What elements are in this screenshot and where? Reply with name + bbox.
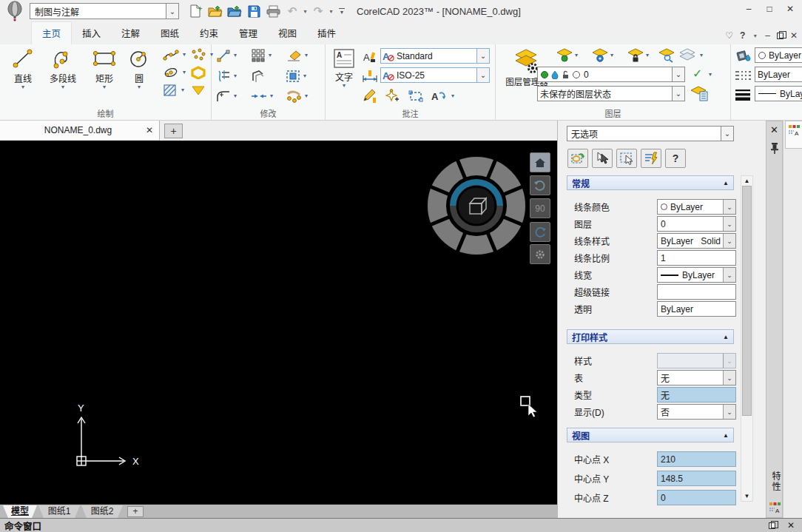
chevron-down-icon[interactable]: ⌄ <box>721 127 733 141</box>
grips-button[interactable]: ▾ <box>286 87 320 105</box>
layer-select[interactable]: 0 ⌄ <box>657 216 736 232</box>
navigation-wheel[interactable] <box>423 152 530 259</box>
maximize-button[interactable]: □ <box>759 0 780 18</box>
collapse-icon[interactable]: ▲ <box>723 334 729 340</box>
redo-button[interactable]: ↷ <box>309 2 328 20</box>
chevron-down-icon[interactable]: ▾ <box>610 53 613 58</box>
polygon-button[interactable] <box>190 64 213 81</box>
boundary-button[interactable] <box>408 87 423 105</box>
palette-help-button[interactable]: ? <box>665 149 686 168</box>
chevron-down-icon[interactable]: ▾ <box>138 84 141 90</box>
hyperlink-input[interactable] <box>657 284 736 300</box>
doc-restore-button[interactable] <box>777 33 784 39</box>
tab-insert[interactable]: 插入 <box>72 22 111 44</box>
chevron-down-icon[interactable]: ▾ <box>303 73 306 79</box>
doc-minimize-button[interactable]: – <box>765 30 770 41</box>
ellipse-button[interactable]: ▾ <box>163 64 186 81</box>
redo-dropdown-icon[interactable]: ▾ <box>328 8 334 15</box>
linescale-input[interactable]: 1 <box>657 250 736 266</box>
entity-color-select[interactable]: ByLayer <box>755 47 802 63</box>
layer-state-select[interactable]: 未保存的图层状态 ⌄ <box>537 86 685 101</box>
chevron-down-icon[interactable]: ⌄ <box>166 4 178 18</box>
erase-button[interactable]: ▾ <box>286 47 320 64</box>
properties-dock-tab[interactable]: A <box>785 121 802 149</box>
chevron-down-icon[interactable]: ⌄ <box>723 268 735 282</box>
feedback-heart-icon[interactable]: ♡ <box>725 30 733 41</box>
text-align-button[interactable]: A ▾ <box>431 87 454 105</box>
home-view-button[interactable] <box>530 152 550 172</box>
join-button[interactable]: ▾ <box>251 87 286 105</box>
chevron-down-icon[interactable]: ▾ <box>103 84 106 90</box>
customize-toolbar-button[interactable]: ▾ <box>339 8 345 14</box>
scrollbar-thumb[interactable] <box>742 186 752 416</box>
select-matching-button[interactable] <box>567 149 588 168</box>
quick-select-button[interactable] <box>641 149 661 168</box>
dimension-style-select[interactable]: A ISO-25 ⌄ <box>380 67 490 83</box>
chevron-down-icon[interactable]: ▾ <box>451 93 454 99</box>
entity-lineweight-select[interactable]: ByLayer <box>755 86 802 101</box>
chevron-down-icon[interactable]: ▾ <box>183 70 186 75</box>
command-window-close-button[interactable]: ✕ <box>787 520 795 531</box>
rotate-cw-button[interactable] <box>530 222 550 242</box>
chevron-down-icon[interactable]: ⌄ <box>723 200 735 214</box>
tab-annotate[interactable]: 注解 <box>111 22 150 44</box>
tab-constraints[interactable]: 约束 <box>189 22 229 44</box>
center-y-input[interactable]: 148.5 <box>657 471 736 486</box>
document-tab[interactable]: NONAME_0.dwg ✕ <box>0 121 160 141</box>
layer-tools-button[interactable]: ▾ <box>679 47 703 64</box>
printdisplay-select[interactable]: 否 ⌄ <box>657 404 736 420</box>
document-tab-close-icon[interactable]: ✕ <box>140 125 159 135</box>
edit-region-button[interactable]: ▾ <box>286 67 320 85</box>
selection-filter-select[interactable]: 无选项 ⌄ <box>567 126 734 141</box>
workspace-select[interactable]: 制图与注解 ⌄ <box>30 3 179 19</box>
command-window-restore-button[interactable] <box>769 522 775 529</box>
chevron-down-icon[interactable]: ▾ <box>234 93 237 99</box>
tab-home[interactable]: 主页 <box>31 21 72 44</box>
chevron-down-icon[interactable]: ▾ <box>270 93 273 99</box>
tab-manage[interactable]: 管理 <box>229 22 268 44</box>
select-cursor-button[interactable] <box>592 149 613 168</box>
transparency-input[interactable]: ByLayer <box>657 301 736 317</box>
fill-color-button[interactable] <box>735 47 752 65</box>
entity-linestyle-button[interactable] <box>734 67 752 84</box>
layer-lock-button[interactable]: ▾ <box>627 47 649 64</box>
layer-hide-button[interactable]: ▾ <box>556 47 578 64</box>
open-file-button[interactable] <box>206 2 225 20</box>
tab-plugins[interactable]: 插件 <box>307 22 346 44</box>
section-view-header[interactable]: 视图 ▲ <box>567 428 734 442</box>
select-box-button[interactable] <box>616 149 637 168</box>
undo-dropdown-icon[interactable]: ▾ <box>302 8 309 15</box>
close-button[interactable]: ✕ <box>780 0 801 18</box>
drawing-viewport[interactable]: 90 Y X <box>0 141 557 504</box>
text-width-button[interactable] <box>363 67 377 85</box>
entity-linestyle-select[interactable]: ByLayer <box>755 67 802 82</box>
hatch-button[interactable]: ▾ <box>163 81 186 99</box>
fillet-button[interactable]: ▾ <box>216 87 251 105</box>
chevron-down-icon[interactable]: ▾ <box>646 53 649 58</box>
add-sheet-button[interactable]: + <box>127 506 144 517</box>
chevron-down-icon[interactable]: ▾ <box>61 84 64 90</box>
text-format-button[interactable]: A <box>363 48 377 66</box>
edit-annotation-button[interactable] <box>361 87 377 105</box>
linecolor-select[interactable]: ByLayer ⌄ <box>657 199 736 215</box>
undo-button[interactable]: ↶ <box>283 2 302 20</box>
center-z-input[interactable]: 0 <box>657 490 736 505</box>
chevron-down-icon[interactable]: ⌄ <box>476 68 489 82</box>
palette-close-icon[interactable]: ✕ <box>766 124 782 135</box>
doc-close-button[interactable]: ✕ <box>790 30 798 41</box>
import-file-button[interactable] <box>225 2 244 20</box>
solid-fill-button[interactable] <box>190 81 213 99</box>
line-button[interactable]: 直线 ▾ <box>6 44 40 108</box>
rectangle-button[interactable]: 矩形 ▾ <box>86 44 123 108</box>
active-layer-select[interactable]: 0 ⌄ <box>537 67 685 82</box>
point-button[interactable]: ▾ <box>190 46 213 64</box>
chevron-down-icon[interactable]: ⌄ <box>476 49 489 63</box>
rotate-angle-button[interactable]: 90 <box>530 198 550 218</box>
chevron-down-icon[interactable]: ▾ <box>181 87 184 93</box>
rotate-ccw-button[interactable] <box>530 175 550 195</box>
tab-view[interactable]: 视图 <box>268 22 307 44</box>
chevron-down-icon[interactable]: ▾ <box>234 53 237 58</box>
chevron-down-icon[interactable]: ▾ <box>305 93 308 99</box>
help-dropdown-icon[interactable]: ▾ <box>752 33 758 39</box>
scroll-up-icon[interactable]: ▲ <box>741 178 752 184</box>
